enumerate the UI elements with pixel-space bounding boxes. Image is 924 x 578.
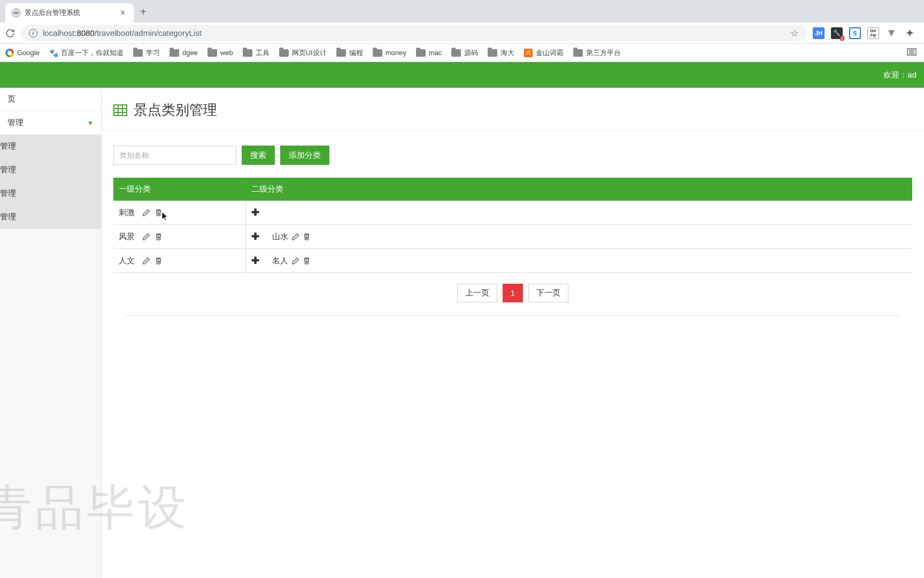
bookmark-label: 工具 [256,48,270,58]
folder-icon [243,49,252,57]
folder-icon [170,49,179,57]
bookmark-item[interactable]: Google [5,49,40,57]
cell-level2: ✚名人 [246,249,912,272]
row-actions [142,233,163,241]
bookmark-star-icon[interactable]: ☆ [790,27,799,39]
bookmark-item[interactable]: mac [416,49,442,57]
page-next-button[interactable]: 下一页 [528,284,568,302]
bookmark-item[interactable]: 学习 [133,48,160,58]
col-level1: 一级分类 [113,178,246,201]
sidebar-item-label: 管理 [7,118,24,128]
grid-icon [113,104,127,116]
folder-icon [573,49,583,57]
browser-tab[interactable]: 景点后台管理系统 × [5,3,134,22]
cell-level1: 刺激 [113,201,246,224]
delete-icon[interactable] [155,233,163,241]
edit-icon[interactable] [142,233,150,241]
bookmark-item[interactable]: 🐾百度一下，你就知道 [49,48,124,58]
bookmark-item[interactable]: 编程 [336,48,363,58]
edit-icon[interactable] [142,209,150,217]
close-icon[interactable]: × [118,8,127,18]
row-actions [142,257,163,265]
extension-gitzip-icon[interactable]: GitZip [867,27,879,39]
sidebar-item-label: 管理 [0,212,16,222]
bookmarks-bar: Google🐾百度一下，你就知道学习dgeeweb工具网页UI设计编程money… [0,44,924,62]
delete-icon[interactable] [303,257,311,265]
bookmark-item[interactable]: 词金山词霸 [524,48,564,58]
toolbar: 搜索 添加分类 [102,131,924,174]
bookmark-label: 海大 [500,48,514,58]
delete-icon[interactable] [155,257,163,265]
bookmark-item[interactable]: 源码 [451,48,478,58]
sub-category-name: 名人 [272,256,288,266]
edit-icon[interactable] [291,233,299,241]
extension-jh-icon[interactable]: JH [813,27,825,39]
cell-level2: ✚山水 [246,225,912,248]
cell-level1: 人文 [113,249,246,272]
reload-icon[interactable] [5,28,15,38]
page-title-row: 景点类别管理 [102,88,924,131]
extensions-puzzle-icon[interactable]: ✦ [904,27,915,39]
extension-dev-icon[interactable]: 🔧1 [831,27,843,39]
bookmark-label: 学习 [146,48,160,58]
sidebar: 页管理▼管理管理管理管理 [0,88,102,578]
extension-v-icon[interactable]: ▼ [886,27,897,39]
tab-title: 景点后台管理系统 [25,8,118,18]
page-title: 景点类别管理 [134,101,217,119]
table-row: 刺激✚ [113,201,912,225]
app-header: 欢迎：ad [0,62,924,88]
delete-icon[interactable] [303,233,311,241]
sidebar-item[interactable]: 管理▼ [0,111,101,135]
plus-icon[interactable]: ✚ [251,207,259,218]
folder-icon [373,49,382,57]
google-icon [5,49,14,57]
search-input[interactable] [113,146,236,165]
bookmark-item[interactable]: dgee [170,49,198,57]
sidebar-item[interactable]: 管理 [0,206,101,229]
add-category-button[interactable]: 添加分类 [280,146,329,165]
sidebar-item[interactable]: 管理 [0,182,101,206]
address-bar[interactable]: i localhost:8080/travelboot/admin/catego… [21,25,806,41]
bookmark-item[interactable]: 网页UI设计 [279,48,327,58]
bookmark-item[interactable]: 海大 [488,48,514,58]
bookmark-item[interactable]: 第三方平台 [573,48,621,58]
sub-category: 山水 [272,232,311,242]
bookmark-item[interactable]: 工具 [243,48,270,58]
plus-icon[interactable]: ✚ [251,255,259,267]
edit-icon[interactable] [142,257,150,265]
bookmarks-overflow-icon[interactable] [907,48,919,58]
url-text: localhost:8080/travelboot/admin/category… [43,28,202,37]
main-panel: 景点类别管理 搜索 添加分类 一级分类 二级分类 刺激✚风景✚山水人文✚名人 上… [102,88,924,578]
bookmark-label: 网页UI设计 [292,48,327,58]
extension-s-icon[interactable]: S [849,27,861,39]
sidebar-item[interactable]: 管理 [0,135,101,158]
category-name: 刺激 [119,208,135,218]
bookmark-label: 编程 [349,48,363,58]
folder-icon [133,49,143,57]
page-prev-button[interactable]: 上一页 [457,284,497,302]
edit-icon[interactable] [291,257,299,265]
bookmark-label: 源码 [464,48,478,58]
search-button[interactable]: 搜索 [242,146,275,165]
extensions-tray: JH 🔧1 S GitZip ▼ ✦ [813,27,919,39]
bookmark-item[interactable]: web [207,49,233,57]
svg-rect-4 [114,105,127,116]
baidu-icon: 🐾 [49,49,58,57]
jinshan-icon: 词 [524,49,533,57]
info-icon[interactable]: i [29,29,37,37]
welcome-text: 欢迎：ad [883,70,917,80]
new-tab-button[interactable]: + [134,2,153,22]
bookmark-item[interactable]: money [373,49,406,57]
delete-icon[interactable] [155,209,163,217]
bookmark-label: 第三方平台 [586,48,621,58]
plus-icon[interactable]: ✚ [251,231,259,242]
bookmark-label: Google [17,49,40,57]
page-number-button[interactable]: 1 [503,284,523,302]
folder-icon [488,49,497,57]
sub-category: 名人 [272,256,311,266]
address-bar-row: i localhost:8080/travelboot/admin/catego… [0,22,924,44]
sidebar-item[interactable]: 管理 [0,158,101,182]
content-row: 页管理▼管理管理管理管理 景点类别管理 搜索 添加分类 一级分类 二级分类 刺激… [0,88,924,578]
sidebar-item[interactable]: 页 [0,88,101,111]
chevron-down-icon: ▼ [87,119,94,127]
